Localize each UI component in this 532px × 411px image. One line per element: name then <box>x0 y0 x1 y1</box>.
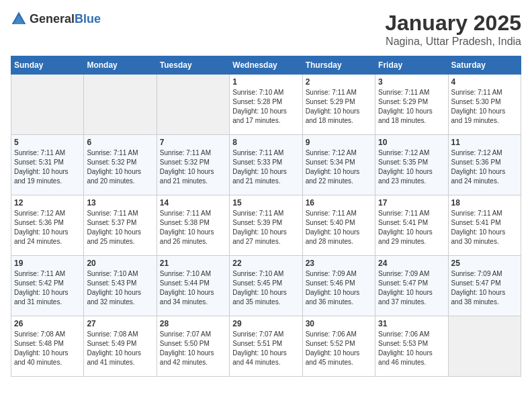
day-number: 7 <box>160 138 226 147</box>
days-header-row: SundayMondayTuesdayWednesdayThursdayFrid… <box>11 56 521 75</box>
day-info: Sunrise: 7:11 AM Sunset: 5:29 PM Dayligh… <box>306 88 372 126</box>
day-number: 22 <box>232 259 299 268</box>
calendar-cell: 30Sunrise: 7:06 AM Sunset: 5:52 PM Dayli… <box>302 316 375 377</box>
calendar-table: SundayMondayTuesdayWednesdayThursdayFrid… <box>11 56 521 377</box>
day-info: Sunrise: 7:11 AM Sunset: 5:29 PM Dayligh… <box>378 88 445 126</box>
day-number: 23 <box>306 259 372 268</box>
calendar-cell: 10Sunrise: 7:12 AM Sunset: 5:35 PM Dayli… <box>375 135 448 195</box>
day-info: Sunrise: 7:10 AM Sunset: 5:43 PM Dayligh… <box>87 269 153 307</box>
day-info: Sunrise: 7:09 AM Sunset: 5:47 PM Dayligh… <box>451 269 518 307</box>
calendar-cell: 21Sunrise: 7:10 AM Sunset: 5:44 PM Dayli… <box>157 256 229 316</box>
calendar-cell: 26Sunrise: 7:08 AM Sunset: 5:48 PM Dayli… <box>11 316 84 377</box>
day-info: Sunrise: 7:11 AM Sunset: 5:32 PM Dayligh… <box>160 148 226 186</box>
calendar-cell: 11Sunrise: 7:12 AM Sunset: 5:36 PM Dayli… <box>448 135 521 195</box>
day-number: 13 <box>87 198 153 208</box>
day-info: Sunrise: 7:11 AM Sunset: 5:42 PM Dayligh… <box>14 269 81 307</box>
calendar-cell: 17Sunrise: 7:11 AM Sunset: 5:41 PM Dayli… <box>375 195 448 256</box>
calendar-cell: 14Sunrise: 7:11 AM Sunset: 5:38 PM Dayli… <box>157 195 229 256</box>
day-number: 27 <box>87 319 153 328</box>
calendar-cell: 31Sunrise: 7:06 AM Sunset: 5:53 PM Dayli… <box>375 316 448 377</box>
calendar-cell: 1Sunrise: 7:10 AM Sunset: 5:28 PM Daylig… <box>230 75 302 135</box>
calendar-cell: 8Sunrise: 7:11 AM Sunset: 5:33 PM Daylig… <box>230 135 302 195</box>
day-info: Sunrise: 7:12 AM Sunset: 5:36 PM Dayligh… <box>14 209 81 246</box>
day-info: Sunrise: 7:11 AM Sunset: 5:41 PM Dayligh… <box>378 209 445 246</box>
calendar-cell <box>448 316 521 377</box>
day-info: Sunrise: 7:11 AM Sunset: 5:30 PM Dayligh… <box>451 88 518 126</box>
calendar-cell <box>84 75 157 135</box>
calendar-cell: 3Sunrise: 7:11 AM Sunset: 5:29 PM Daylig… <box>375 75 448 135</box>
week-row-2: 5Sunrise: 7:11 AM Sunset: 5:31 PM Daylig… <box>11 135 521 195</box>
calendar-cell: 19Sunrise: 7:11 AM Sunset: 5:42 PM Dayli… <box>11 256 84 316</box>
week-row-1: 1Sunrise: 7:10 AM Sunset: 5:28 PM Daylig… <box>11 75 521 135</box>
calendar-cell: 4Sunrise: 7:11 AM Sunset: 5:30 PM Daylig… <box>448 75 521 135</box>
day-number: 11 <box>451 138 518 147</box>
logo: GeneralBlue <box>11 11 101 27</box>
main-title: January 2025 <box>385 11 521 36</box>
calendar-cell: 7Sunrise: 7:11 AM Sunset: 5:32 PM Daylig… <box>157 135 229 195</box>
logo-icon <box>11 11 27 27</box>
day-info: Sunrise: 7:11 AM Sunset: 5:32 PM Dayligh… <box>87 148 153 186</box>
calendar-cell: 25Sunrise: 7:09 AM Sunset: 5:47 PM Dayli… <box>448 256 521 316</box>
day-number: 6 <box>87 138 153 147</box>
calendar-cell: 24Sunrise: 7:09 AM Sunset: 5:47 PM Dayli… <box>375 256 448 316</box>
calendar-cell: 23Sunrise: 7:09 AM Sunset: 5:46 PM Dayli… <box>302 256 375 316</box>
day-info: Sunrise: 7:10 AM Sunset: 5:28 PM Dayligh… <box>232 88 299 126</box>
day-info: Sunrise: 7:11 AM Sunset: 5:39 PM Dayligh… <box>232 209 299 246</box>
day-number: 28 <box>160 319 226 328</box>
day-number: 21 <box>160 259 226 268</box>
calendar-cell <box>11 75 84 135</box>
day-header-thursday: Thursday <box>302 56 375 75</box>
day-info: Sunrise: 7:11 AM Sunset: 5:31 PM Dayligh… <box>14 148 81 186</box>
day-info: Sunrise: 7:09 AM Sunset: 5:47 PM Dayligh… <box>378 269 445 307</box>
day-info: Sunrise: 7:12 AM Sunset: 5:36 PM Dayligh… <box>451 148 518 186</box>
day-number: 16 <box>306 198 372 208</box>
day-number: 20 <box>87 259 153 268</box>
day-info: Sunrise: 7:11 AM Sunset: 5:40 PM Dayligh… <box>306 209 372 246</box>
day-number: 18 <box>451 198 518 208</box>
day-info: Sunrise: 7:06 AM Sunset: 5:52 PM Dayligh… <box>306 330 372 367</box>
day-header-tuesday: Tuesday <box>157 56 229 75</box>
week-row-5: 26Sunrise: 7:08 AM Sunset: 5:48 PM Dayli… <box>11 316 521 377</box>
day-info: Sunrise: 7:09 AM Sunset: 5:46 PM Dayligh… <box>306 269 372 307</box>
calendar-cell: 18Sunrise: 7:11 AM Sunset: 5:41 PM Dayli… <box>448 195 521 256</box>
day-number: 31 <box>378 319 445 328</box>
calendar-cell: 13Sunrise: 7:11 AM Sunset: 5:37 PM Dayli… <box>84 195 157 256</box>
day-info: Sunrise: 7:10 AM Sunset: 5:44 PM Dayligh… <box>160 269 226 307</box>
calendar-cell: 22Sunrise: 7:10 AM Sunset: 5:45 PM Dayli… <box>230 256 302 316</box>
day-number: 15 <box>232 198 299 208</box>
day-info: Sunrise: 7:11 AM Sunset: 5:38 PM Dayligh… <box>160 209 226 246</box>
day-number: 9 <box>306 138 372 147</box>
day-number: 25 <box>451 259 518 268</box>
day-info: Sunrise: 7:12 AM Sunset: 5:34 PM Dayligh… <box>306 148 372 186</box>
day-number: 29 <box>232 319 299 328</box>
week-row-3: 12Sunrise: 7:12 AM Sunset: 5:36 PM Dayli… <box>11 195 521 256</box>
day-number: 5 <box>14 138 81 147</box>
calendar-cell: 5Sunrise: 7:11 AM Sunset: 5:31 PM Daylig… <box>11 135 84 195</box>
subtitle: Nagina, Uttar Pradesh, India <box>385 36 521 48</box>
day-info: Sunrise: 7:11 AM Sunset: 5:33 PM Dayligh… <box>232 148 299 186</box>
calendar-cell: 16Sunrise: 7:11 AM Sunset: 5:40 PM Dayli… <box>302 195 375 256</box>
day-number: 26 <box>14 319 81 328</box>
day-number: 19 <box>14 259 81 268</box>
day-number: 12 <box>14 198 81 208</box>
day-number: 4 <box>451 77 518 87</box>
day-info: Sunrise: 7:06 AM Sunset: 5:53 PM Dayligh… <box>378 330 445 367</box>
page-header: GeneralBlue January 2025 Nagina, Uttar P… <box>11 11 521 48</box>
day-header-friday: Friday <box>375 56 448 75</box>
calendar-cell: 28Sunrise: 7:07 AM Sunset: 5:50 PM Dayli… <box>157 316 229 377</box>
day-number: 8 <box>232 138 299 147</box>
calendar-cell <box>157 75 229 135</box>
calendar-cell: 20Sunrise: 7:10 AM Sunset: 5:43 PM Dayli… <box>84 256 157 316</box>
day-info: Sunrise: 7:08 AM Sunset: 5:48 PM Dayligh… <box>14 330 81 367</box>
day-number: 1 <box>232 77 299 87</box>
week-row-4: 19Sunrise: 7:11 AM Sunset: 5:42 PM Dayli… <box>11 256 521 316</box>
logo-general: General <box>30 12 75 26</box>
logo-blue: Blue <box>75 12 101 26</box>
day-info: Sunrise: 7:12 AM Sunset: 5:35 PM Dayligh… <box>378 148 445 186</box>
day-number: 30 <box>306 319 372 328</box>
calendar-cell: 29Sunrise: 7:07 AM Sunset: 5:51 PM Dayli… <box>230 316 302 377</box>
calendar-cell: 12Sunrise: 7:12 AM Sunset: 5:36 PM Dayli… <box>11 195 84 256</box>
day-info: Sunrise: 7:11 AM Sunset: 5:41 PM Dayligh… <box>451 209 518 246</box>
day-info: Sunrise: 7:11 AM Sunset: 5:37 PM Dayligh… <box>87 209 153 246</box>
title-block: January 2025 Nagina, Uttar Pradesh, Indi… <box>385 11 521 48</box>
